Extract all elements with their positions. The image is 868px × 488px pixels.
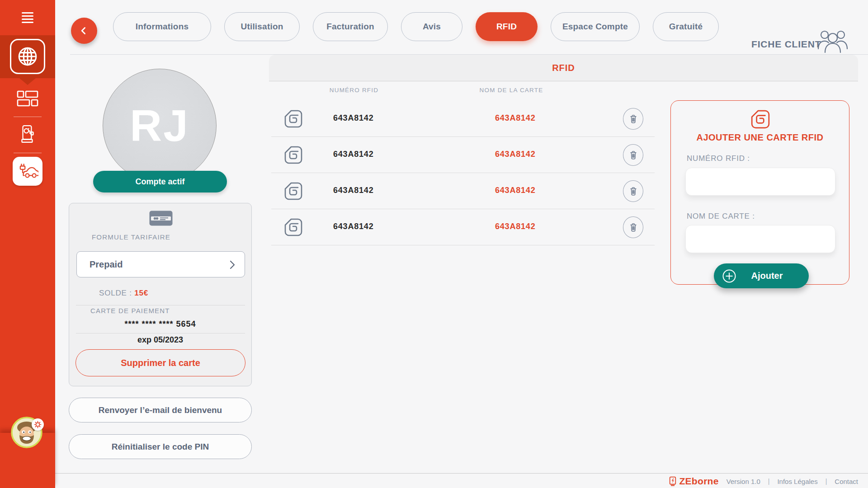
footer-separator: |	[768, 478, 770, 485]
chevron-left-icon	[78, 25, 90, 37]
sidebar	[0, 0, 55, 488]
tab-espace-compte[interactable]: Espace Compte	[551, 12, 640, 41]
trash-icon	[628, 150, 638, 160]
plus-circle-icon	[721, 267, 738, 285]
charging-station-icon	[20, 125, 35, 145]
page-title: FICHE CLIENT	[751, 39, 821, 50]
add-button-label: Ajouter	[738, 271, 796, 281]
rfid-card-name[interactable]: 643A8142	[495, 186, 535, 195]
tab-informations[interactable]: Informations	[113, 12, 211, 41]
rfid-rows: 643A8142 643A8142 643A8142 643A8142	[271, 101, 655, 245]
solde-value: 15€	[134, 289, 148, 297]
add-rfid-panel: AJOUTER UNE CARTE RFID NUMÉRO RFID : NOM…	[670, 100, 849, 285]
resend-welcome-email-button[interactable]: Renvoyer l’e-mail de bienvenu	[69, 398, 252, 422]
rfid-section-title: RFID	[552, 63, 575, 73]
delete-rfid-button[interactable]	[623, 180, 643, 202]
user-avatar[interactable]	[11, 417, 42, 448]
rfid-card-name[interactable]: 643A8142	[495, 113, 535, 123]
rfid-card-row: 643A8142 643A8142	[271, 137, 655, 173]
sidebar-footer	[0, 433, 55, 488]
footer-separator: |	[826, 478, 827, 485]
add-rfid-title: AJOUTER UNE CARTE RFID	[671, 132, 849, 143]
carte-paiement-label: CARTE DE PAIEMENT	[90, 307, 170, 314]
sidebar-item-clients[interactable]	[13, 157, 42, 186]
dashboard-icon	[17, 90, 38, 107]
delete-card-button[interactable]: Supprimer la carte	[75, 349, 245, 376]
solde-label: SOLDE :	[99, 289, 132, 297]
column-header-nom: NOM DE LA CARTE	[480, 87, 543, 94]
plan-selector[interactable]: Prepaid	[76, 251, 245, 277]
billing-card: FORMULE TARIFAIRE Prepaid SOLDE : 15€ CA…	[69, 203, 252, 386]
rfid-card-name[interactable]: 643A8142	[495, 150, 535, 159]
footer: ZEborne Version 1.0 | Infos Légales | Co…	[669, 474, 858, 488]
divider	[76, 305, 245, 305]
rfid-card-icon	[283, 181, 303, 201]
tab-utilisation[interactable]: Utilisation	[224, 12, 300, 41]
rfid-card-icon	[283, 145, 303, 165]
rfid-card-row: 643A8142 643A8142	[271, 209, 655, 245]
trash-icon	[628, 222, 638, 233]
nom-carte-input[interactable]	[685, 225, 835, 253]
divider	[76, 333, 245, 333]
credit-card-icon	[149, 211, 173, 226]
footer-divider	[55, 473, 868, 474]
solde-row: SOLDE : 15€	[99, 289, 148, 298]
plan-value: Prepaid	[90, 259, 123, 270]
nom-carte-label: NOM DE CARTE :	[687, 212, 755, 221]
rfid-card-icon	[283, 217, 303, 237]
menu-icon[interactable]	[22, 12, 33, 25]
reset-pin-button[interactable]: Réinitialiser le code PIN	[69, 434, 252, 459]
client-tabs: Informations Utilisation Facturation Avi…	[113, 12, 719, 41]
delete-rfid-button[interactable]	[623, 216, 643, 238]
numero-rfid-label: NUMÉRO RFID :	[687, 154, 750, 163]
version-label: Version 1.0	[726, 478, 760, 485]
sidebar-item-dashboard[interactable]	[0, 90, 55, 107]
rfid-number: 643A8142	[333, 186, 373, 195]
formule-tarifaire-label: FORMULE TARIFAIRE	[92, 233, 170, 241]
rfid-card-icon	[283, 109, 303, 129]
rfid-section-header: RFID	[269, 55, 858, 81]
status-badge[interactable]: Compte actif	[93, 171, 227, 192]
zeborne-logo-icon	[669, 476, 677, 486]
delete-rfid-button[interactable]	[623, 108, 643, 130]
settings-gear-icon[interactable]	[32, 418, 44, 431]
tab-avis[interactable]: Avis	[401, 12, 462, 41]
card-expiry: exp 05/2023	[69, 335, 251, 345]
rfid-card-name[interactable]: 643A8142	[495, 222, 535, 231]
globe-icon[interactable]	[10, 39, 45, 74]
brand-logo[interactable]: ZEborne	[669, 476, 718, 487]
client-avatar: RJ	[103, 69, 217, 183]
back-button[interactable]	[71, 18, 97, 44]
add-rfid-submit-button[interactable]: Ajouter	[714, 263, 809, 288]
sidebar-item-network[interactable]	[0, 35, 55, 78]
tab-gratuite[interactable]: Gratuité	[653, 12, 719, 41]
ev-car-icon	[17, 163, 38, 179]
infos-legales-link[interactable]: Infos Légales	[777, 478, 817, 485]
sidebar-item-stations[interactable]	[0, 125, 55, 145]
numero-rfid-input[interactable]	[685, 168, 835, 196]
brand-name: ZEborne	[679, 476, 718, 487]
card-number: **** **** **** 5654	[69, 319, 251, 329]
rfid-card-icon	[750, 109, 771, 130]
delete-rfid-button[interactable]	[623, 144, 643, 166]
sidebar-divider	[14, 153, 42, 153]
sidebar-divider	[14, 117, 42, 117]
client-initials: RJ	[130, 100, 189, 151]
column-header-numero: NUMÉRO RFID	[330, 87, 378, 94]
rfid-card-row: 643A8142 643A8142	[271, 173, 655, 209]
trash-icon	[628, 113, 638, 124]
tab-rfid[interactable]: RFID	[476, 12, 538, 41]
contact-link[interactable]: Contact	[835, 478, 858, 485]
rfid-number: 643A8142	[333, 113, 373, 123]
rfid-number: 643A8142	[333, 150, 373, 159]
tab-facturation[interactable]: Facturation	[313, 12, 388, 41]
rfid-card-row: 643A8142 643A8142	[271, 101, 655, 137]
chevron-right-icon	[229, 259, 236, 270]
active-item-pointer	[19, 78, 36, 85]
rfid-number: 643A8142	[333, 222, 373, 231]
trash-icon	[628, 186, 638, 197]
clients-group-icon	[816, 28, 849, 53]
